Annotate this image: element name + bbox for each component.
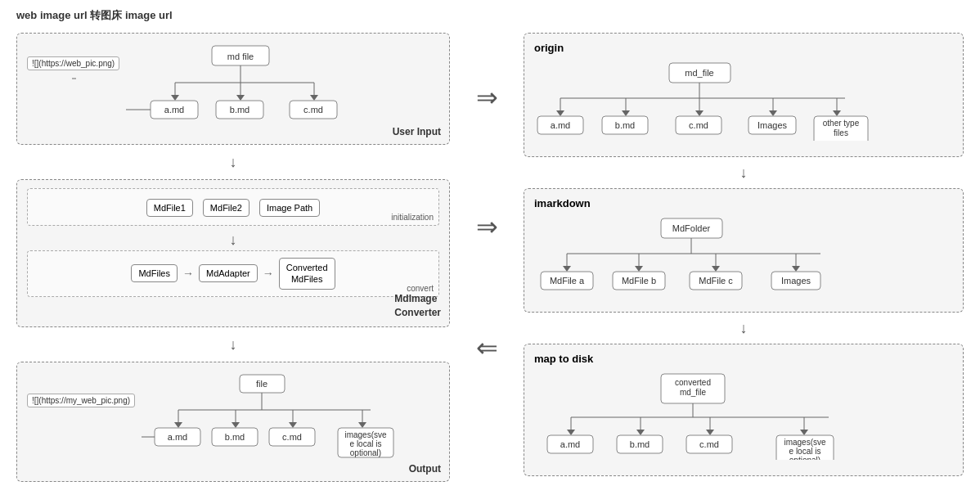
ext-ref-input: ![](https://web_pic.png) [27, 56, 119, 70]
svg-marker-74 [563, 266, 571, 272]
page-title: web image url 转图床 image url [16, 8, 964, 23]
svg-marker-8 [171, 95, 179, 101]
svg-text:MdFile c: MdFile c [699, 276, 733, 286]
imarkdown-svg: MdFolder MdFile a MdFile b [534, 214, 861, 296]
convert-nodes-row: MdFiles → MdAdapter → Converted MdFiles [36, 258, 430, 290]
svg-text:e local is: e local is [789, 447, 821, 456]
svg-text:b.md: b.md [630, 439, 650, 449]
connector-line-input [27, 70, 76, 87]
svg-text:optional): optional) [350, 448, 381, 457]
ext-ref-output: ![](https://my_web_pic.png) [27, 394, 135, 407]
svg-marker-52 [695, 110, 704, 116]
svg-text:images(sve: images(sve [344, 430, 387, 439]
user-input-tree: md file [126, 42, 439, 126]
map-to-disk-title: map to disk [534, 353, 953, 365]
arrow-right-1: ⇒ [476, 82, 498, 113]
output-label: Output [409, 463, 441, 475]
origin-title: origin [534, 42, 953, 54]
svg-marker-75 [635, 266, 643, 272]
svg-marker-76 [712, 266, 720, 272]
left-column: ![](https://web_pic.png) md file [16, 33, 450, 482]
svg-text:other type: other type [823, 119, 860, 128]
svg-text:b.md: b.md [225, 432, 245, 442]
svg-marker-51 [622, 110, 630, 116]
svg-text:file: file [256, 379, 267, 389]
right-column: origin md_file [524, 33, 964, 476]
origin-box: origin md_file [524, 33, 964, 157]
flow-arrow-2: → [261, 267, 276, 280]
svg-text:md_file: md_file [685, 68, 713, 78]
svg-text:optional): optional) [789, 456, 820, 460]
svg-marker-50 [556, 110, 564, 116]
arrow-init-to-convert: ↓ [27, 232, 439, 247]
svg-marker-54 [833, 110, 841, 116]
svg-text:c.md: c.md [699, 439, 719, 449]
svg-marker-28 [289, 422, 297, 428]
init-label: initialization [391, 213, 434, 222]
svg-text:files: files [834, 128, 848, 137]
init-box: MdFile1 MdFile2 Image Path initializatio… [27, 188, 439, 226]
user-input-row: ![](https://web_pic.png) md file [27, 42, 439, 126]
output-row: ![](https://my_web_pic.png) file [27, 371, 439, 463]
main-layout: ![](https://web_pic.png) md file [16, 33, 964, 482]
svg-text:a.md: a.md [560, 439, 580, 449]
map-to-disk-box: map to disk converted md_file [524, 344, 964, 476]
svg-marker-97 [706, 430, 714, 435]
svg-text:c.md: c.md [282, 432, 302, 442]
imarkdown-title: imarkdown [534, 197, 953, 209]
arrow-right-2: ⇒ [476, 211, 498, 242]
svg-marker-26 [174, 422, 182, 428]
convert-box: MdFiles → MdAdapter → Converted MdFiles … [27, 250, 439, 297]
svg-text:c.md: c.md [689, 120, 708, 130]
svg-text:MdFolder: MdFolder [672, 223, 711, 233]
convert-label: convert [407, 284, 434, 293]
svg-text:MdFile b: MdFile b [622, 276, 656, 286]
arrow-imarkdown-to-map: ↓ [524, 321, 964, 335]
mdfile2-node: MdFile2 [203, 199, 249, 217]
mdfile1-node: MdFile1 [146, 199, 193, 217]
svg-text:Images: Images [781, 276, 811, 286]
map-to-disk-svg: converted md_file a.md [534, 370, 878, 460]
arrow-converter-to-output: ↓ [16, 337, 450, 352]
svg-text:a.md: a.md [164, 105, 184, 115]
svg-marker-29 [358, 422, 366, 428]
init-nodes-row: MdFile1 MdFile2 Image Path [36, 196, 430, 218]
origin-svg: md_file a.md [534, 59, 878, 141]
converted-mdfiles-node: Converted MdFiles [279, 258, 335, 290]
mdfiles-node: MdFiles [131, 264, 178, 282]
svg-text:a.md: a.md [551, 120, 570, 130]
svg-text:a.md: a.md [168, 432, 187, 442]
arrow-origin-to-imarkdown: ↓ [524, 165, 964, 180]
svg-text:b.md: b.md [230, 105, 249, 115]
arrow-left: ⇐ [476, 332, 498, 363]
output-box: ![](https://my_web_pic.png) file [16, 362, 450, 482]
flow-arrow-1: → [181, 267, 196, 280]
output-svg: file [142, 371, 411, 461]
svg-marker-77 [792, 266, 800, 272]
mdadapter-node: MdAdapter [199, 264, 258, 282]
svg-marker-95 [567, 430, 575, 435]
svg-marker-53 [769, 110, 777, 116]
svg-marker-98 [800, 430, 808, 435]
svg-marker-27 [232, 422, 240, 428]
svg-marker-96 [636, 430, 645, 435]
svg-text:images(sve: images(sve [784, 438, 826, 447]
svg-text:c.md: c.md [303, 105, 323, 115]
svg-text:MdFile a: MdFile a [550, 276, 585, 286]
user-input-svg: md file [126, 42, 371, 124]
arrow-user-to-converter: ↓ [16, 155, 450, 169]
section-arrows-col: ⇒ ⇒ ⇐ [466, 33, 507, 363]
svg-text:md file: md file [227, 52, 254, 61]
svg-marker-9 [236, 95, 245, 101]
output-tree: file [142, 371, 439, 463]
svg-text:converted: converted [675, 378, 711, 387]
image-path-node: Image Path [259, 199, 320, 217]
mdimage-converter-label: MdImage Converter [394, 292, 441, 320]
svg-text:Images: Images [757, 120, 788, 130]
svg-text:e local is: e local is [350, 439, 382, 448]
svg-text:b.md: b.md [615, 120, 635, 130]
user-input-box: ![](https://web_pic.png) md file [16, 33, 450, 145]
svg-text:md_file: md_file [680, 388, 707, 397]
mdimage-converter-box: MdFile1 MdFile2 Image Path initializatio… [16, 179, 450, 327]
imarkdown-box: imarkdown MdFolder [524, 188, 964, 313]
